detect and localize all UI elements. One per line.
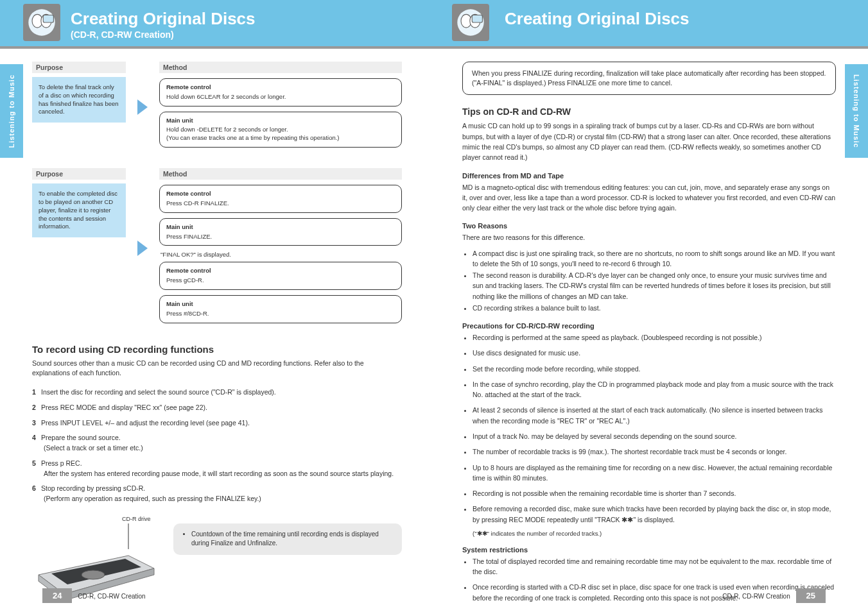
section-heading: Tips on CD-R and CD-RW bbox=[462, 106, 836, 117]
svg-point-9 bbox=[82, 570, 105, 579]
arrow-right-icon bbox=[137, 99, 148, 115]
page-title: Creating Original Discs bbox=[505, 9, 690, 29]
page-footer-text: CD-R, CD-RW Creation bbox=[78, 593, 145, 600]
page-title: Creating Original Discs bbox=[71, 9, 256, 29]
subheading: Two Reasons bbox=[462, 222, 836, 230]
subheading: Differences from MD and Tape bbox=[462, 172, 836, 180]
numbered-list: 1Insert the disc for recording and selec… bbox=[32, 387, 402, 504]
note-box: Countdown of the time remaining until re… bbox=[173, 523, 402, 555]
purpose-text: To enable the completed disc to be playe… bbox=[32, 183, 126, 237]
subheading: System restrictions bbox=[462, 546, 836, 554]
purpose-label: Purpose bbox=[32, 62, 126, 73]
purpose-label: Purpose bbox=[32, 168, 126, 180]
method-label: Method bbox=[159, 62, 402, 73]
arrow-right-icon bbox=[137, 241, 148, 256]
page-number: 25 bbox=[796, 588, 826, 603]
method-remote: Remote control Press CD-R FINALIZE. bbox=[159, 185, 402, 213]
method-main-unit: Main unit Hold down -DELETE for 2 second… bbox=[159, 112, 402, 148]
manual-icon bbox=[23, 4, 60, 41]
method-remote: Remote control Press gCD-R. bbox=[159, 262, 402, 290]
paragraph: A music CD can hold up to 99 songs in a … bbox=[462, 121, 836, 162]
page-number: 24 bbox=[42, 588, 72, 603]
manual-icon bbox=[452, 4, 489, 41]
paragraph: There are two reasons for this differenc… bbox=[462, 232, 836, 242]
precautions-list: Recording is performed at the same speed… bbox=[473, 332, 836, 525]
method-main-unit: Main unit Press #/8CD-R. bbox=[159, 295, 402, 323]
svg-rect-13 bbox=[472, 15, 482, 23]
bullet-list: A compact disc is just one spiraling tra… bbox=[473, 248, 836, 314]
page-footer-text: CD-R, CD-RW Creation bbox=[722, 593, 790, 600]
paragraph: MD is a magneto-optical disc with tremen… bbox=[462, 182, 836, 214]
method-label: Method bbox=[159, 168, 402, 180]
section-intro: Sound sources other than a music CD can … bbox=[32, 359, 402, 379]
purpose-text: To delete the final track only of a disc… bbox=[32, 77, 126, 123]
method-remote: Remote control Hold down 6CLEAR for 2 se… bbox=[159, 78, 402, 106]
footnote: ("✱✱" indicates the number of recorded t… bbox=[473, 530, 836, 537]
method-common: "FINAL OK?" is displayed. bbox=[161, 251, 402, 258]
section-heading: To record using CD recording functions bbox=[32, 344, 402, 355]
callout-box: When you press FINALIZE during recording… bbox=[462, 62, 836, 95]
method-main-unit: Main unit Press FINALIZE. bbox=[159, 218, 402, 246]
page-subtitle: (CD-R, CD-RW Creation) bbox=[71, 30, 174, 40]
subheading: Precautions for CD-R/CD-RW recording bbox=[462, 322, 836, 330]
svg-rect-3 bbox=[43, 15, 53, 23]
